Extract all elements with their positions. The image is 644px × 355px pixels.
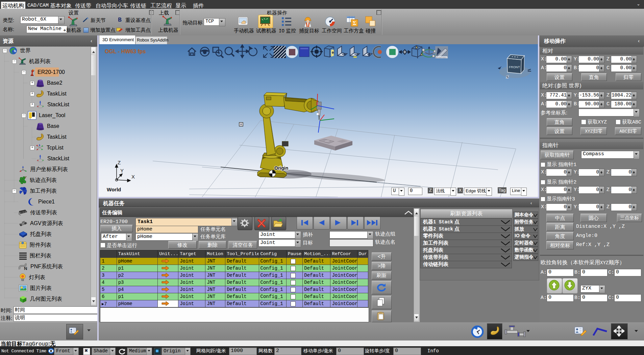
svg-text:Z: Z: [118, 160, 121, 165]
svg-text:S: S: [506, 74, 509, 79]
svg-text:FRONT: FRONT: [509, 65, 520, 69]
svg-text:Y: Y: [120, 168, 124, 173]
svg-text:Origin: Origin: [274, 165, 288, 171]
svg-text:Σ: Σ: [353, 20, 356, 26]
svg-text:N: N: [24, 266, 27, 271]
svg-text:World: World: [107, 187, 121, 192]
svg-text:X: X: [131, 174, 135, 180]
